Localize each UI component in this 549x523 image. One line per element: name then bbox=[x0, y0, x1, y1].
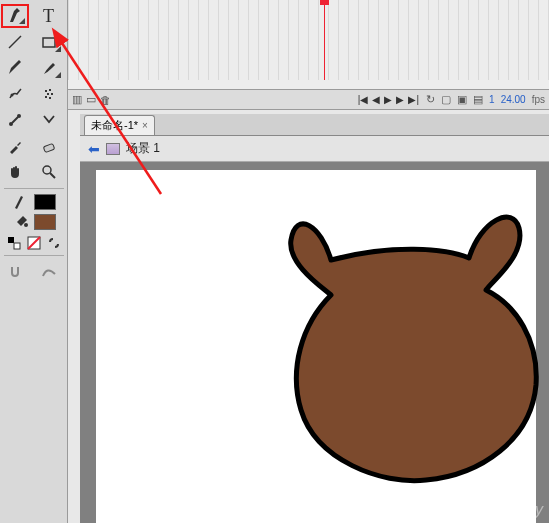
rectangle-tool[interactable] bbox=[35, 30, 63, 54]
svg-point-15 bbox=[24, 223, 28, 227]
svg-rect-17 bbox=[14, 243, 20, 249]
divider bbox=[4, 188, 64, 189]
close-icon[interactable]: × bbox=[142, 120, 148, 131]
no-color-icon[interactable] bbox=[26, 235, 42, 251]
svg-point-8 bbox=[49, 97, 51, 99]
scene-label[interactable]: 场景 1 bbox=[126, 140, 160, 157]
document-tab[interactable]: 未命名-1* × bbox=[84, 115, 155, 135]
playback-controls: |◀ ◀ ▶ ▶ ▶| bbox=[357, 94, 420, 105]
svg-rect-12 bbox=[43, 143, 54, 152]
divider bbox=[4, 255, 64, 256]
next-frame-icon[interactable]: ▶ bbox=[395, 94, 405, 105]
onion-skin-icon[interactable]: ▢ bbox=[441, 93, 451, 106]
fps-label: fps bbox=[532, 94, 545, 105]
stroke-color-swatch[interactable] bbox=[34, 194, 56, 210]
timeline-ruler[interactable] bbox=[68, 0, 549, 80]
fill-color-icon bbox=[12, 213, 30, 231]
folder-icon[interactable]: ▭ bbox=[86, 93, 96, 106]
new-layer-icon[interactable]: ▥ bbox=[72, 93, 82, 106]
current-frame[interactable]: 1 bbox=[489, 94, 495, 105]
svg-point-6 bbox=[51, 93, 53, 95]
svg-line-14 bbox=[50, 173, 55, 178]
fps-value[interactable]: 24.00 bbox=[501, 94, 526, 105]
first-frame-icon[interactable]: |◀ bbox=[357, 94, 370, 105]
loop-icon[interactable]: ↻ bbox=[426, 93, 435, 106]
deco-tool[interactable] bbox=[1, 82, 29, 106]
onion-outline-icon[interactable]: ▣ bbox=[457, 93, 467, 106]
toolbox: T bbox=[0, 0, 68, 523]
brush-tool[interactable] bbox=[35, 56, 63, 80]
document-tab-label: 未命名-1* bbox=[91, 118, 138, 133]
spray-tool[interactable] bbox=[35, 82, 63, 106]
back-arrow-icon[interactable]: ⬅ bbox=[88, 141, 100, 157]
svg-point-11 bbox=[17, 114, 21, 118]
bear-head-shape[interactable] bbox=[271, 200, 549, 490]
svg-line-0 bbox=[9, 36, 21, 48]
last-frame-icon[interactable]: ▶| bbox=[407, 94, 420, 105]
svg-point-13 bbox=[43, 166, 51, 174]
eyedropper-tool[interactable] bbox=[1, 134, 29, 158]
bone-tool[interactable] bbox=[1, 108, 29, 132]
stroke-color-icon bbox=[12, 193, 30, 211]
line-tool[interactable] bbox=[1, 30, 29, 54]
swap-colors-icon[interactable] bbox=[6, 235, 22, 251]
svg-point-3 bbox=[45, 90, 47, 92]
playhead[interactable] bbox=[324, 0, 325, 80]
svg-line-10 bbox=[12, 117, 18, 123]
play-icon[interactable]: ▶ bbox=[383, 94, 393, 105]
timeline-panel bbox=[68, 0, 549, 90]
smooth-icon[interactable] bbox=[35, 260, 63, 284]
svg-point-4 bbox=[49, 89, 51, 91]
snap-icon[interactable] bbox=[1, 260, 29, 284]
svg-rect-16 bbox=[8, 237, 14, 243]
fill-color-swatch[interactable] bbox=[34, 214, 56, 230]
hand-tool[interactable] bbox=[1, 160, 29, 184]
pen-tool[interactable] bbox=[1, 4, 29, 28]
pencil-tool[interactable] bbox=[1, 56, 29, 80]
scene-icon bbox=[106, 143, 120, 155]
breadcrumb: ⬅ 场景 1 bbox=[80, 136, 549, 162]
svg-rect-1 bbox=[43, 38, 55, 47]
bind-tool[interactable] bbox=[35, 108, 63, 132]
svg-point-7 bbox=[45, 96, 47, 98]
trash-icon[interactable]: 🗑 bbox=[100, 94, 111, 106]
eraser-tool[interactable] bbox=[35, 134, 63, 158]
timeline-status-bar: ▥ ▭ 🗑 |◀ ◀ ▶ ▶ ▶| ↻ ▢ ▣ ▤ 1 24.00 fps bbox=[68, 90, 549, 110]
svg-point-2 bbox=[10, 94, 13, 97]
default-colors-icon[interactable] bbox=[46, 235, 62, 251]
zoom-tool[interactable] bbox=[35, 160, 63, 184]
stage[interactable] bbox=[96, 170, 536, 523]
document-tab-bar: 未命名-1* × bbox=[80, 114, 549, 136]
text-tool[interactable]: T bbox=[35, 4, 63, 28]
svg-point-5 bbox=[47, 93, 49, 95]
canvas-area: jingy bbox=[80, 162, 549, 523]
edit-multi-icon[interactable]: ▤ bbox=[473, 93, 483, 106]
prev-frame-icon[interactable]: ◀ bbox=[371, 94, 381, 105]
